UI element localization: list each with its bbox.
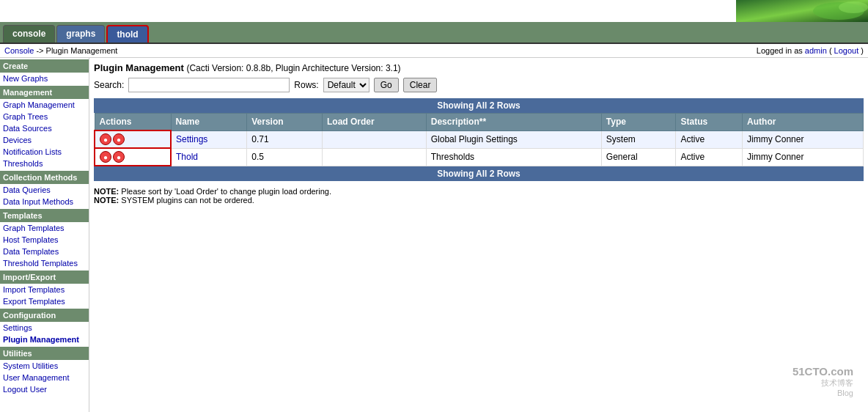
sidebar-item-system-utilities[interactable]: System Utilities bbox=[0, 360, 89, 372]
th-status: Status bbox=[676, 114, 743, 131]
main-layout: Create New Graphs Management Graph Manag… bbox=[0, 58, 868, 412]
enable-icon-1[interactable]: ● bbox=[100, 151, 111, 163]
sidebar-item-graph-trees[interactable]: Graph Trees bbox=[0, 111, 89, 122]
load-order-cell-0 bbox=[323, 130, 427, 148]
sidebar-item-thresholds[interactable]: Thresholds bbox=[0, 158, 89, 169]
clear-button[interactable]: Clear bbox=[403, 78, 438, 92]
actions-cell-0: ● ● bbox=[95, 130, 171, 148]
sidebar: Create New Graphs Management Graph Manag… bbox=[0, 58, 89, 412]
description-cell-0: Global Plugin Settings bbox=[426, 130, 601, 148]
name-link-1[interactable]: Thold bbox=[176, 152, 198, 162]
sidebar-section-templates: Templates bbox=[0, 209, 89, 222]
content-area: Plugin Management (Cacti Version: 0.8.8b… bbox=[89, 58, 868, 412]
sidebar-section-create: Create bbox=[0, 59, 89, 73]
th-name: Name bbox=[171, 114, 247, 131]
status-cell-0: Active bbox=[676, 130, 743, 148]
action-icons-0: ● ● bbox=[100, 133, 166, 145]
th-actions: Actions bbox=[95, 114, 171, 131]
status-cell-1: Active bbox=[676, 148, 743, 166]
sidebar-section-management: Management bbox=[0, 86, 89, 99]
sidebar-item-data-input-methods[interactable]: Data Input Methods bbox=[0, 196, 89, 207]
logout-link[interactable]: Logout bbox=[834, 46, 859, 55]
sidebar-item-plugin-management[interactable]: Plugin Management bbox=[0, 334, 89, 345]
content-title: Plugin Management (Cacti Version: 0.8.8b… bbox=[94, 62, 864, 73]
showing-rows-top: Showing All 2 Rows bbox=[94, 98, 864, 113]
action-icons-1: ● ● bbox=[100, 151, 166, 163]
sidebar-item-host-templates[interactable]: Host Templates bbox=[0, 234, 89, 246]
watermark: 51CTO.com 技术博客 Blog bbox=[792, 365, 853, 397]
sidebar-item-import-templates[interactable]: Import Templates bbox=[0, 284, 89, 295]
sidebar-section-import-export: Import/Export bbox=[0, 271, 89, 284]
go-button[interactable]: Go bbox=[374, 78, 399, 92]
load-order-cell-1 bbox=[323, 148, 427, 166]
sidebar-item-new-graphs[interactable]: New Graphs bbox=[0, 73, 89, 84]
sidebar-item-graph-templates[interactable]: Graph Templates bbox=[0, 222, 89, 234]
author-cell-0: Jimmy Conner bbox=[743, 130, 864, 148]
top-navigation: console graphs thold bbox=[0, 22, 868, 44]
sidebar-item-logout-user[interactable]: Logout User bbox=[0, 383, 89, 395]
sidebar-item-export-templates[interactable]: Export Templates bbox=[0, 295, 89, 307]
th-type: Type bbox=[601, 114, 676, 131]
tab-thold[interactable]: thold bbox=[106, 25, 148, 43]
sidebar-section-collection-methods: Collection Methods bbox=[0, 171, 89, 184]
type-cell-1: General bbox=[601, 148, 676, 166]
sidebar-item-user-management[interactable]: User Management bbox=[0, 372, 89, 383]
th-version: Version bbox=[247, 114, 323, 131]
disable-icon-0[interactable]: ● bbox=[113, 133, 125, 145]
search-label: Search: bbox=[94, 80, 124, 90]
svg-point-2 bbox=[839, 1, 868, 13]
sidebar-item-settings[interactable]: Settings bbox=[0, 322, 89, 334]
login-info: Logged in as admin ( Logout ) bbox=[757, 46, 864, 55]
tab-graphs[interactable]: graphs bbox=[56, 25, 105, 43]
plugin-table: Actions Name Version Load Order Descript… bbox=[94, 113, 864, 166]
name-cell-0: Settings bbox=[171, 130, 247, 148]
th-load-order: Load Order bbox=[323, 114, 427, 131]
sidebar-item-notification-lists[interactable]: Notification Lists bbox=[0, 146, 89, 158]
type-cell-0: System bbox=[601, 130, 676, 148]
th-description: Description** bbox=[426, 114, 601, 131]
search-input[interactable] bbox=[128, 78, 290, 92]
th-author: Author bbox=[743, 114, 864, 131]
tab-console[interactable]: console bbox=[3, 25, 55, 43]
breadcrumb: Console -> Plugin Management Logged in a… bbox=[0, 44, 868, 58]
sidebar-item-data-queries[interactable]: Data Queries bbox=[0, 184, 89, 196]
showing-rows-bottom: Showing All 2 Rows bbox=[94, 166, 864, 181]
sidebar-item-data-sources[interactable]: Data Sources bbox=[0, 122, 89, 134]
name-cell-1: Thold bbox=[171, 148, 247, 166]
sidebar-item-data-templates[interactable]: Data Templates bbox=[0, 246, 89, 257]
author-cell-1: Jimmy Conner bbox=[743, 148, 864, 166]
actions-cell-1: ● ● bbox=[95, 148, 171, 166]
table-row: ● ● Thold 0.5 Thresholds General Active … bbox=[95, 148, 864, 166]
note-1: NOTE: Please sort by 'Load Order' to cha… bbox=[94, 187, 864, 196]
sidebar-section-configuration: Configuration bbox=[0, 309, 89, 322]
sidebar-item-devices[interactable]: Devices bbox=[0, 134, 89, 146]
rows-label: Rows: bbox=[294, 80, 318, 90]
sidebar-item-threshold-templates[interactable]: Threshold Templates bbox=[0, 257, 89, 269]
logo-area bbox=[736, 0, 868, 22]
enable-icon-0[interactable]: ● bbox=[100, 133, 111, 145]
sidebar-item-graph-management[interactable]: Graph Management bbox=[0, 99, 89, 111]
breadcrumb-console-link[interactable]: Console bbox=[4, 46, 34, 55]
notes-section: NOTE: Please sort by 'Load Order' to cha… bbox=[94, 187, 864, 205]
table-row: ● ● Settings 0.71 Global Plugin Settings… bbox=[95, 130, 864, 148]
search-bar: Search: Rows: Default 10 20 30 50 Go Cle… bbox=[94, 78, 864, 92]
rows-select[interactable]: Default 10 20 30 50 bbox=[323, 78, 369, 92]
name-link-0[interactable]: Settings bbox=[176, 134, 207, 144]
note-2: NOTE: SYSTEM plugins can not be ordered. bbox=[94, 196, 864, 205]
sidebar-section-utilities: Utilities bbox=[0, 347, 89, 360]
username-link[interactable]: admin bbox=[805, 46, 827, 55]
disable-icon-1[interactable]: ● bbox=[113, 151, 125, 163]
version-cell-0: 0.71 bbox=[247, 130, 323, 148]
description-cell-1: Thresholds bbox=[426, 148, 601, 166]
version-cell-1: 0.5 bbox=[247, 148, 323, 166]
